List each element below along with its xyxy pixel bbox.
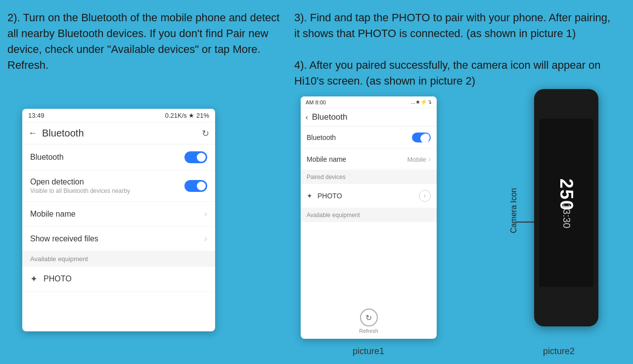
pm2-back-arrow[interactable]: ‹ xyxy=(306,113,308,121)
pm2-header: ‹ Bluetooth xyxy=(301,108,437,127)
pm2-bluetooth-label: Bluetooth xyxy=(307,134,336,141)
open-detection-toggle[interactable] xyxy=(184,180,207,192)
show-received-files-label: Show received files xyxy=(30,234,98,243)
pm2-status-bar: AM 8:00 ...★⚡↴ xyxy=(301,96,437,108)
pm2-status-time: AM 8:00 xyxy=(306,99,326,105)
status-icons: 0.21K/s ★ 21% xyxy=(165,112,209,119)
show-received-files-row[interactable]: Show received files › xyxy=(22,227,215,251)
status-bar-1: 13:49 0.21K/s ★ 21% xyxy=(22,109,215,123)
pm2-info-icon[interactable]: › xyxy=(419,190,431,202)
pm2-refresh-label: Refresh xyxy=(359,328,378,334)
camera-arrow-line xyxy=(514,222,537,223)
pm2-bluetooth-row: Bluetooth xyxy=(301,127,437,149)
phone-mockup-1: 13:49 0.21K/s ★ 21% ← Bluetooth ↻ Blueto… xyxy=(22,109,215,331)
mobile-name-row[interactable]: Mobile name › xyxy=(22,202,215,227)
pm2-refresh-area[interactable]: ↻ Refresh xyxy=(301,309,437,334)
camera-screen: 250 13:30 xyxy=(539,119,593,287)
right-instruction: 3). Find and tap the PHOTO to pair with … xyxy=(294,10,616,89)
left-instruction: 2). Turn on the Bluetooth of the mobile … xyxy=(7,10,284,73)
picture1-caption: picture1 xyxy=(307,346,430,357)
phone-header-1: ← Bluetooth ↻ xyxy=(22,123,215,144)
status-time: 13:49 xyxy=(28,112,45,119)
pm2-mobile-name-value: Mobile xyxy=(407,156,426,163)
bluetooth-device-icon: ✦ xyxy=(30,273,38,284)
refresh-icon[interactable]: ↻ xyxy=(202,128,209,139)
pm2-header-title: Bluetooth xyxy=(312,112,348,122)
pm2-bt-icon: ✦ xyxy=(307,192,313,200)
pm2-paired-section: Paired devices xyxy=(301,170,437,184)
pm2-photo-row[interactable]: ✦ PHOTO › xyxy=(301,184,437,208)
pm2-status-icons: ...★⚡↴ xyxy=(411,99,432,105)
chevron-right-icon: › xyxy=(204,209,207,219)
chevron-right-icon-2: › xyxy=(204,233,207,244)
photo-device-label: PHOTO xyxy=(44,274,72,283)
camera-device-body: 250 13:30 xyxy=(534,89,598,326)
phone1-header-title: Bluetooth xyxy=(42,128,202,139)
pm2-mobile-name-label: Mobile name xyxy=(307,155,346,163)
open-detection-sublabel: Visible to all Bluetooth devices nearby xyxy=(30,187,130,194)
pm2-photo-label: PHOTO xyxy=(317,192,342,200)
bluetooth-toggle[interactable] xyxy=(184,151,207,163)
photo-device-row[interactable]: ✦ PHOTO xyxy=(22,267,215,292)
pm2-empty-area xyxy=(301,222,437,281)
pm2-chevron: › xyxy=(428,155,431,164)
picture2-caption: picture2 xyxy=(504,346,613,357)
open-detection-label: Open detection xyxy=(30,178,130,186)
pm2-available-section: Available equipment xyxy=(301,208,437,222)
phone-mockup-2: AM 8:00 ...★⚡↴ ‹ Bluetooth Bluetooth Mob… xyxy=(301,96,437,339)
camera-icon-label: Camera Icon xyxy=(509,188,518,233)
pm2-bluetooth-toggle[interactable] xyxy=(412,133,431,142)
camera-device-area: Camera Icon 📷 250 13:30 xyxy=(495,89,618,341)
bluetooth-label: Bluetooth xyxy=(30,153,64,162)
bluetooth-row: Bluetooth xyxy=(22,144,215,171)
back-arrow-icon[interactable]: ← xyxy=(28,128,37,138)
open-detection-row: Open detection Visible to all Bluetooth … xyxy=(22,171,215,202)
pm2-mobile-name-row[interactable]: Mobile name Mobile › xyxy=(301,149,437,170)
available-equipment-section: Available equipment xyxy=(22,251,215,267)
right-instruction-text: 3). Find and tap the PHOTO to pair with … xyxy=(294,11,610,87)
camera-time-display: 13:30 xyxy=(561,203,572,228)
mobile-name-label: Mobile name xyxy=(30,210,76,219)
pm2-refresh-circle[interactable]: ↻ xyxy=(360,309,378,326)
